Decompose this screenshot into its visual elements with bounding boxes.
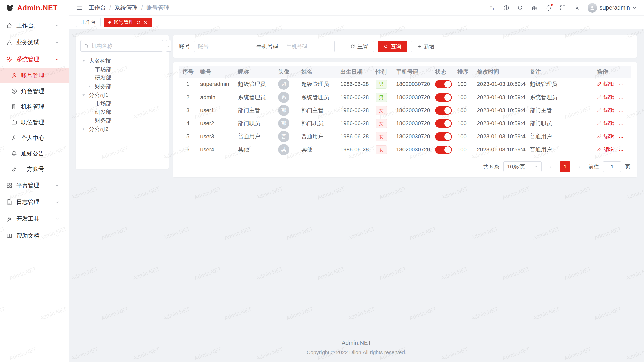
sidebar-item-log-management[interactable]: 日志管理 — [0, 194, 69, 210]
edit-button[interactable]: 编辑 — [597, 80, 614, 87]
tree-more-button[interactable] — [166, 40, 171, 52]
edit-button-label: 编辑 — [604, 146, 614, 153]
row-more-button[interactable] — [618, 108, 624, 114]
column-header-seq: 序号 — [179, 66, 197, 78]
edit-icon — [597, 134, 602, 139]
account-filter-label: 账号 — [179, 43, 190, 50]
status-toggle[interactable] — [435, 146, 452, 154]
app-root: Admin.NET 工作台业务测试系统管理账号管理角色管理机构管理职位管理个人中… — [0, 0, 644, 362]
chevron-down-icon — [55, 234, 59, 238]
tree-node[interactable]: 研发部 — [80, 74, 164, 82]
next-page-button[interactable] — [574, 162, 584, 172]
sidebar-item-role-management[interactable]: 角色管理 — [0, 83, 69, 99]
prev-page-button[interactable] — [546, 162, 556, 172]
sidebar-item-notice-announcement[interactable]: 通知公告 — [0, 146, 69, 161]
tree-node[interactable]: 市场部 — [80, 99, 164, 108]
search-button[interactable]: 查询 — [378, 41, 407, 52]
sidebar-item-label: 角色管理 — [21, 87, 44, 95]
sidebar-item-dev-tools[interactable]: 开发工具 — [0, 210, 69, 227]
tree-node[interactable]: 研发部 — [80, 108, 164, 116]
link-icon — [11, 166, 17, 172]
chevron-down-icon — [55, 183, 59, 188]
gender-tag: 男 — [376, 80, 387, 89]
tree-node[interactable]: 财务部 — [80, 82, 164, 91]
row-more-button[interactable] — [618, 95, 624, 101]
sidebar-item-third-party-account[interactable]: 三方账号 — [0, 161, 69, 177]
status-toggle[interactable] — [435, 132, 452, 141]
tab-label: 账号管理 — [113, 19, 134, 26]
reset-button[interactable]: 重置 — [345, 41, 374, 52]
status-toggle[interactable] — [435, 80, 452, 88]
add-button[interactable]: 新增 — [411, 41, 440, 52]
status-toggle[interactable] — [435, 119, 452, 128]
edit-button[interactable]: 编辑 — [597, 133, 614, 140]
edit-button[interactable]: 编辑 — [597, 146, 614, 153]
edit-button-label: 编辑 — [604, 120, 614, 127]
breadcrumb-item-system[interactable]: 系统管理 — [114, 4, 138, 12]
tree-node[interactable]: 大名科技 — [80, 57, 164, 65]
caret-down-icon[interactable] — [82, 93, 88, 97]
cell-status — [432, 143, 454, 156]
breadcrumb-item-workbench[interactable]: 工作台 — [89, 4, 106, 12]
goto-label: 前往 — [588, 163, 599, 170]
tree-node[interactable]: 分公司2 — [80, 125, 164, 133]
theme-icon[interactable] — [503, 5, 510, 11]
account-input[interactable] — [194, 41, 246, 52]
edit-button[interactable]: 编辑 — [597, 107, 614, 114]
content-area: 大名科技市场部研发部财务部分公司1市场部研发部财务部分公司2 账号 手机号码 重… — [69, 29, 644, 334]
sidebar-item-platform-management[interactable]: 平台管理 — [0, 177, 69, 194]
sidebar-item-help-docs[interactable]: 帮助文档 — [0, 227, 69, 244]
app-logo[interactable]: Admin.NET — [0, 0, 69, 16]
cell-status — [432, 104, 454, 117]
tab-refresh-icon[interactable] — [136, 20, 141, 25]
tab-account-management[interactable]: 账号管理 — [104, 18, 152, 27]
tab-workbench[interactable]: 工作台 — [76, 18, 101, 27]
sidebar-item-personal-center[interactable]: 个人中心 — [0, 130, 69, 146]
edit-button[interactable]: 编辑 — [597, 120, 614, 127]
row-more-button[interactable] — [618, 134, 624, 140]
gift-icon[interactable] — [531, 5, 538, 11]
sidebar-menu: 工作台业务测试系统管理账号管理角色管理机构管理职位管理个人中心通知公告三方账号平… — [0, 16, 69, 362]
cell-modified-time: 2023-01-03 10:59:44 — [473, 104, 526, 117]
tree-node-label: 分公司1 — [89, 91, 108, 99]
phone-input[interactable] — [283, 41, 335, 52]
org-name-input[interactable] — [91, 43, 159, 49]
font-size-icon[interactable]: TT — [489, 5, 496, 11]
edit-button[interactable]: 编辑 — [597, 94, 614, 101]
tab-close-icon[interactable] — [143, 20, 148, 25]
sidebar-item-position-management[interactable]: 职位管理 — [0, 114, 69, 130]
cell-phone: 18020030720 — [393, 104, 432, 117]
footer-title: Admin.NET — [69, 340, 644, 346]
status-toggle[interactable] — [435, 106, 452, 115]
menu-collapse-icon[interactable] — [76, 5, 83, 11]
fullscreen-icon[interactable] — [559, 5, 566, 11]
sidebar-item-account-management[interactable]: 账号管理 — [0, 68, 69, 83]
cell-account: user3 — [197, 130, 234, 143]
role-icon — [11, 88, 17, 94]
status-toggle[interactable] — [435, 93, 452, 102]
page-number-1[interactable]: 1 — [560, 161, 570, 172]
sidebar-item-workbench[interactable]: 工作台 — [0, 17, 69, 34]
caret-right-icon[interactable] — [88, 84, 94, 88]
tree-node[interactable]: 分公司1 — [80, 91, 164, 99]
sidebar-item-system-management[interactable]: 系统管理 — [0, 51, 69, 68]
tree-node[interactable]: 市场部 — [80, 65, 164, 74]
cell-remark: 普通用户 — [526, 143, 593, 156]
chevron-up-icon — [55, 57, 59, 62]
row-more-button[interactable] — [618, 82, 624, 88]
sidebar-item-business-test[interactable]: 业务测试 — [0, 34, 69, 51]
row-more-button[interactable] — [618, 121, 624, 127]
sidebar-item-org-management[interactable]: 机构管理 — [0, 99, 69, 114]
cell-birth-date: 1986-06-28 — [337, 143, 372, 156]
row-more-button[interactable] — [618, 148, 624, 153]
user-settings-icon[interactable] — [574, 5, 580, 11]
goto-page-input[interactable] — [603, 161, 621, 172]
caret-right-icon[interactable] — [82, 127, 88, 131]
user-menu[interactable]: superadmin — [588, 3, 637, 13]
cell-seq: 5 — [179, 130, 197, 143]
caret-down-icon[interactable] — [82, 59, 88, 63]
notification-bell[interactable] — [545, 5, 552, 11]
page-size-select[interactable]: 10条/页 — [503, 161, 542, 172]
tree-node[interactable]: 财务部 — [80, 116, 164, 125]
search-icon[interactable] — [517, 5, 524, 11]
